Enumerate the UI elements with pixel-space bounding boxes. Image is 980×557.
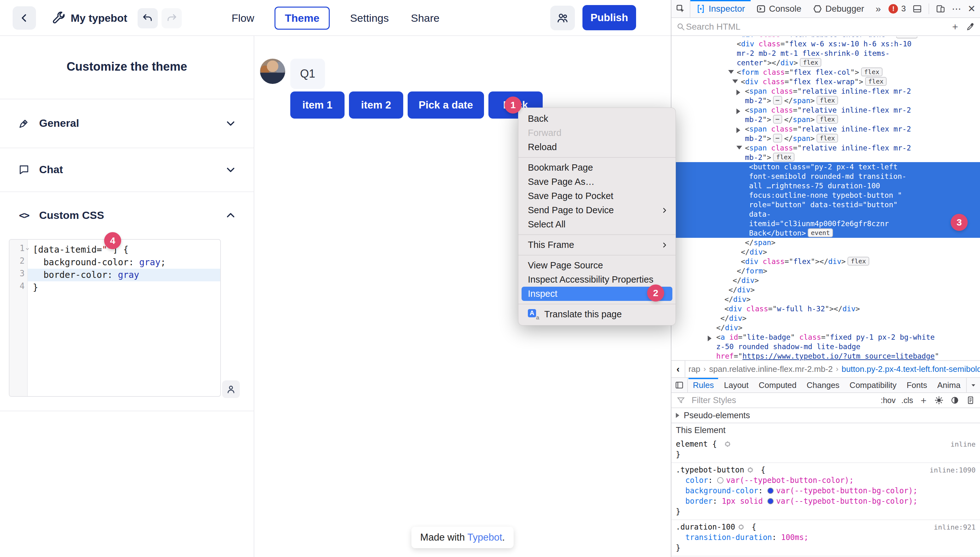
typebot-brand-link[interactable]: Typebot — [467, 532, 502, 543]
wrench-icon[interactable] — [52, 11, 66, 25]
devtools-tab-debugger[interactable]: Debugger — [807, 0, 870, 17]
flex-badge[interactable]: flex — [817, 115, 838, 124]
tree-node[interactable]: </div> — [672, 276, 980, 285]
event-badge[interactable]: event — [808, 228, 833, 237]
tab-flow[interactable]: Flow — [230, 8, 256, 29]
flex-badge[interactable]: flex — [800, 58, 821, 67]
dock-sidebar-icon[interactable] — [672, 378, 688, 393]
tree-node[interactable]: <span class="relative inline-flex mr-2 m… — [672, 105, 980, 124]
tree-node[interactable]: <div class="flex"></div>flex — [672, 257, 980, 266]
typebot-title[interactable]: My typebot — [71, 0, 127, 36]
menu-item-select-all[interactable]: Select All — [519, 217, 675, 231]
sidebar-section-general[interactable]: General — [0, 99, 254, 148]
tree-node[interactable]: <button class="py-2 px-4 text-left font-… — [672, 162, 980, 238]
contrast-icon[interactable] — [950, 395, 960, 405]
pick-element-button[interactable] — [672, 0, 690, 17]
tree-node[interactable]: <a id="lite-badge" class="fixed py-1 px-… — [672, 332, 980, 360]
add-rule-button[interactable]: ＋ — [919, 394, 928, 407]
tree-node[interactable]: <span class="relative inline-flex mr-2 m… — [672, 143, 980, 162]
sidebar-section-chat[interactable]: Chat — [0, 148, 254, 191]
rule-location[interactable]: inline:921 — [934, 523, 975, 531]
undo-button[interactable] — [137, 8, 158, 28]
editor-code[interactable]: [data-itemid=""] { background-color: gra… — [28, 240, 220, 396]
pseudo-elements-toggle[interactable]: Pseudo-elements — [672, 408, 980, 423]
tree-node[interactable]: </span> — [672, 238, 980, 247]
flex-badge[interactable]: flex — [861, 67, 882, 77]
expand-arrow-icon[interactable] — [736, 127, 740, 133]
hover-toggle[interactable]: :hov — [881, 396, 895, 405]
panel-tab-layout[interactable]: Layout — [719, 378, 753, 393]
flex-badge[interactable]: flex — [817, 134, 838, 143]
breadcrumb-item[interactable]: button.py-2.px-4.text-left.font-semibold… — [838, 364, 980, 374]
menu-item-forward[interactable]: Forward — [519, 126, 675, 140]
sidebar-section-custom-css[interactable]: <>Custom CSS — [0, 191, 254, 239]
breadcrumb-item[interactable]: rap — [685, 364, 704, 374]
choice-button-item-2[interactable]: item 2 — [349, 91, 403, 119]
tab-theme[interactable]: Theme — [274, 7, 330, 29]
flex-badge[interactable]: flex — [848, 257, 869, 265]
rule-location[interactable]: inline — [951, 440, 975, 448]
panel-tab-fonts[interactable]: Fonts — [902, 378, 932, 393]
flex-badge[interactable]: flex — [817, 96, 838, 105]
collapse-arrow-icon[interactable] — [736, 146, 742, 150]
tree-node[interactable]: </div> — [672, 314, 980, 323]
menu-item-bookmark-page[interactable]: Bookmark Page — [519, 161, 675, 175]
publish-button[interactable]: Publish — [582, 5, 636, 30]
menu-item-inspect-accessibility-properties[interactable]: Inspect Accessibility Properties — [519, 272, 675, 287]
eyedropper-icon[interactable] — [965, 22, 975, 32]
preview-user-button[interactable] — [222, 380, 240, 398]
tree-node[interactable]: <div class="flex bubble enter-done">flex — [672, 37, 980, 39]
collapsed-content-pill[interactable]: ⋯ — [773, 96, 782, 105]
tree-node[interactable]: <div class="flex w-6 xs:w-10 h-6 xs:h-10… — [672, 39, 980, 67]
error-icon[interactable]: ! — [889, 4, 898, 13]
more-tabs-button[interactable]: » — [870, 0, 887, 17]
tab-settings[interactable]: Settings — [348, 8, 391, 29]
code-line[interactable]: [data-itemid=""] { — [28, 243, 220, 256]
highlight-selector-icon[interactable] — [738, 524, 745, 531]
panel-tabs-dropdown[interactable] — [966, 378, 980, 393]
custom-css-editor[interactable]: 1234 [data-itemid=""] { background-color… — [9, 239, 221, 397]
panel-tab-anima[interactable]: Anima — [932, 378, 965, 393]
panel-tab-computed[interactable]: Computed — [754, 378, 802, 393]
html-search-input[interactable] — [686, 22, 950, 32]
rule-selector[interactable]: .duration-100 — [676, 523, 735, 531]
choice-button-item-1[interactable]: item 1 — [290, 91, 344, 119]
css-rule[interactable]: inlineelement { } — [672, 437, 980, 463]
menu-item-view-page-source[interactable]: View Page Source — [519, 258, 675, 272]
color-swatch[interactable] — [767, 488, 774, 494]
class-toggle[interactable]: .cls — [902, 396, 913, 405]
menu-item-this-frame[interactable]: This Frame — [519, 238, 675, 252]
tree-node[interactable]: <form class="flex flex-col">flex — [672, 67, 980, 77]
tree-node[interactable]: <div class="w-full h-32"></div> — [672, 304, 980, 314]
tree-node[interactable]: <span class="relative inline-flex mr-2 m… — [672, 124, 980, 143]
rule-location[interactable]: inline:1090 — [929, 466, 975, 474]
responsive-mode-icon[interactable] — [936, 4, 946, 14]
menu-item-send-page-to-device[interactable]: Send Page to Device — [519, 203, 675, 217]
rule-selector[interactable]: element — [676, 440, 708, 448]
collapse-arrow-icon[interactable] — [732, 80, 738, 83]
rule-selector[interactable]: .typebot-button — [676, 466, 744, 474]
devtools-tab-inspector[interactable]: Inspector — [690, 0, 751, 17]
tree-node[interactable]: </div> — [672, 295, 980, 304]
panel-tab-compatibility[interactable]: Compatibility — [845, 378, 902, 393]
highlight-selector-icon[interactable] — [747, 466, 754, 474]
menu-item-back[interactable]: Back — [519, 112, 675, 126]
menu-item-reload[interactable]: Reload — [519, 140, 675, 154]
css-rule[interactable]: inline:921.duration-100 {transition-dura… — [672, 520, 980, 556]
css-rule[interactable]: inline:1090.typebot-button {color: var(-… — [672, 463, 980, 520]
flex-badge[interactable]: flex — [865, 77, 887, 86]
split-console-icon[interactable] — [912, 4, 922, 14]
filter-styles-input[interactable] — [691, 396, 875, 405]
color-swatch[interactable] — [767, 498, 774, 504]
back-button[interactable] — [13, 6, 36, 29]
tree-node[interactable]: <div class="flex flex-wrap">flex — [672, 77, 980, 86]
tree-node[interactable]: </div> — [672, 323, 980, 332]
collapse-arrow-icon[interactable] — [728, 70, 734, 74]
css-declaration[interactable]: color: var(--typebot-button-color); — [685, 475, 980, 486]
tree-node[interactable]: </form> — [672, 266, 980, 276]
tree-node[interactable]: </div> — [672, 285, 980, 295]
menu-item-save-page-to-pocket[interactable]: Save Page to Pocket — [519, 189, 675, 203]
tree-node[interactable]: </div> — [672, 247, 980, 257]
flex-badge[interactable]: flex — [773, 153, 794, 161]
flex-badge[interactable]: flex — [896, 37, 918, 39]
